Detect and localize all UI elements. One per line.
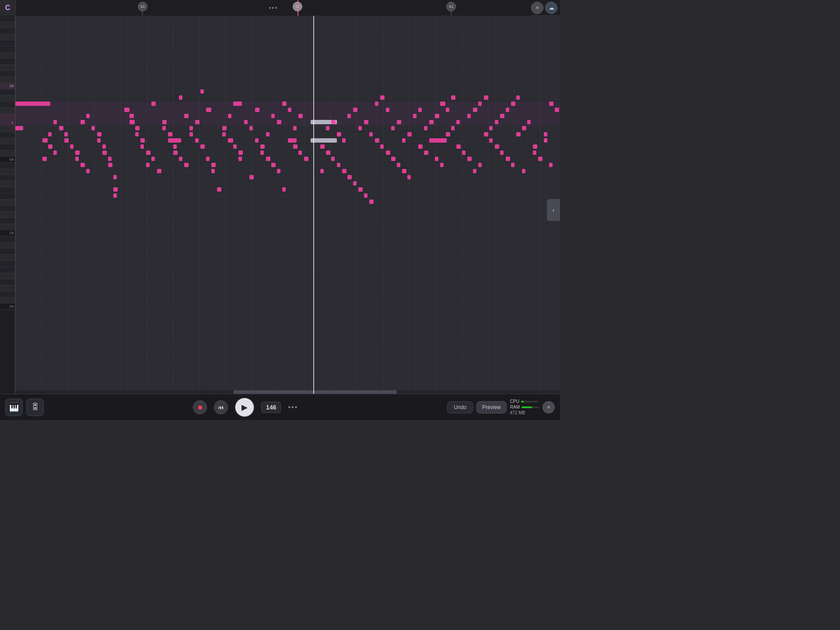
piano-key-row[interactable]: [0, 291, 15, 298]
piano-key-row[interactable]: [0, 200, 15, 206]
piano-key-row[interactable]: [0, 132, 15, 138]
midi-note[interactable]: [516, 95, 520, 100]
midi-note[interactable]: [244, 120, 248, 124]
timeline-ruler[interactable]: 53 ••• 57 61: [16, 0, 531, 16]
piano-key-row[interactable]: [0, 218, 15, 224]
piano-key-row[interactable]: [0, 267, 15, 273]
midi-note[interactable]: [173, 144, 177, 149]
midi-note[interactable]: [533, 150, 536, 155]
midi-note[interactable]: [15, 126, 23, 130]
play-button[interactable]: ▶: [235, 398, 254, 417]
midi-note[interactable]: [489, 126, 493, 130]
piano-key-row[interactable]: [0, 212, 15, 218]
midi-note[interactable]: [413, 114, 416, 118]
midi-note[interactable]: [298, 114, 303, 118]
midi-note[interactable]: [260, 144, 265, 149]
midi-note[interactable]: [293, 126, 297, 130]
midi-note[interactable]: [489, 138, 493, 143]
midi-note[interactable]: [358, 187, 363, 192]
piano-key-c2[interactable]: C#: [0, 304, 15, 310]
midi-note[interactable]: [211, 169, 215, 173]
midi-note[interactable]: [337, 132, 341, 136]
piano-key-row[interactable]: [0, 95, 15, 102]
midi-note[interactable]: [151, 157, 155, 161]
piano-key-row[interactable]: [0, 89, 15, 95]
midi-note[interactable]: [249, 126, 253, 130]
midi-note[interactable]: [484, 95, 488, 100]
midi-note[interactable]: [140, 144, 144, 149]
midi-note[interactable]: [484, 132, 488, 136]
midi-note[interactable]: [429, 120, 434, 124]
midi-note[interactable]: [124, 108, 130, 112]
midi-note[interactable]: [97, 132, 102, 136]
midi-note[interactable]: [266, 132, 270, 136]
midi-note[interactable]: [277, 120, 281, 124]
midi-note[interactable]: [282, 102, 287, 106]
piano-key-row[interactable]: [0, 169, 15, 175]
midi-note[interactable]: [80, 163, 85, 167]
piano-key-row[interactable]: [0, 40, 15, 46]
piano-key-row[interactable]: [0, 236, 15, 242]
midi-note[interactable]: [189, 132, 193, 136]
midi-note[interactable]: [217, 187, 221, 192]
piano-key-row[interactable]: [0, 248, 15, 255]
midi-note[interactable]: [228, 138, 233, 143]
midi-note[interactable]: [435, 114, 439, 118]
midi-note[interactable]: [364, 120, 368, 124]
piano-key-row[interactable]: [0, 138, 15, 144]
midi-note[interactable]: [135, 126, 140, 130]
piano-key-row[interactable]: [0, 193, 15, 200]
midi-note[interactable]: [222, 132, 226, 136]
close-button-top[interactable]: ×: [531, 2, 543, 14]
midi-note[interactable]: [222, 126, 227, 130]
midi-note[interactable]: [102, 150, 107, 155]
midi-note[interactable]: [200, 89, 204, 94]
midi-note[interactable]: [113, 193, 117, 198]
midi-note[interactable]: [113, 187, 118, 192]
midi-note[interactable]: [271, 163, 276, 167]
piano-key-c5[interactable]: C#: [0, 83, 15, 89]
piano-key-row[interactable]: [0, 298, 15, 304]
midi-note[interactable]: [369, 200, 374, 204]
piano-keys[interactable]: C# E C4 C3 C#: [0, 16, 15, 394]
midi-note[interactable]: [206, 157, 210, 161]
piano-key-row[interactable]: [0, 163, 15, 169]
midi-note[interactable]: [233, 144, 237, 149]
midi-note[interactable]: [451, 95, 455, 100]
midi-note[interactable]: [495, 144, 499, 149]
midi-note[interactable]: [179, 95, 182, 100]
piano-key-row[interactable]: [0, 52, 15, 59]
midi-note[interactable]: [358, 126, 362, 130]
midi-note[interactable]: [97, 138, 101, 143]
midi-note[interactable]: [353, 108, 357, 112]
midi-note[interactable]: [331, 157, 335, 161]
midi-note[interactable]: [478, 102, 482, 106]
midi-note[interactable]: [424, 126, 427, 130]
midi-note[interactable]: [86, 169, 90, 173]
midi-note[interactable]: [80, 120, 85, 124]
midi-note[interactable]: [75, 157, 79, 161]
midi-note[interactable]: [446, 132, 450, 136]
midi-note[interactable]: [326, 150, 330, 155]
midi-note[interactable]: [516, 132, 521, 136]
midi-note[interactable]: [500, 150, 504, 155]
midi-note[interactable]: [347, 114, 351, 118]
piano-key-row[interactable]: [0, 46, 15, 52]
midi-note[interactable]: [48, 132, 52, 136]
piano-key-row[interactable]: E: [0, 120, 15, 126]
midi-note[interactable]: [266, 157, 270, 161]
midi-note[interactable]: [146, 150, 150, 155]
midi-note[interactable]: [108, 157, 112, 161]
midi-note[interactable]: [298, 150, 302, 155]
midi-note[interactable]: [48, 144, 52, 149]
midi-note[interactable]: [424, 150, 428, 155]
midi-note[interactable]: [347, 175, 352, 179]
preview-button[interactable]: Preview: [476, 401, 507, 413]
midi-note[interactable]: [184, 114, 189, 118]
piano-key-row[interactable]: [0, 114, 15, 120]
midi-note[interactable]: [386, 108, 389, 112]
midi-note[interactable]: [364, 193, 368, 198]
piano-key-row[interactable]: [0, 34, 15, 40]
midi-note[interactable]: [533, 144, 537, 149]
midi-note[interactable]: [342, 169, 346, 173]
